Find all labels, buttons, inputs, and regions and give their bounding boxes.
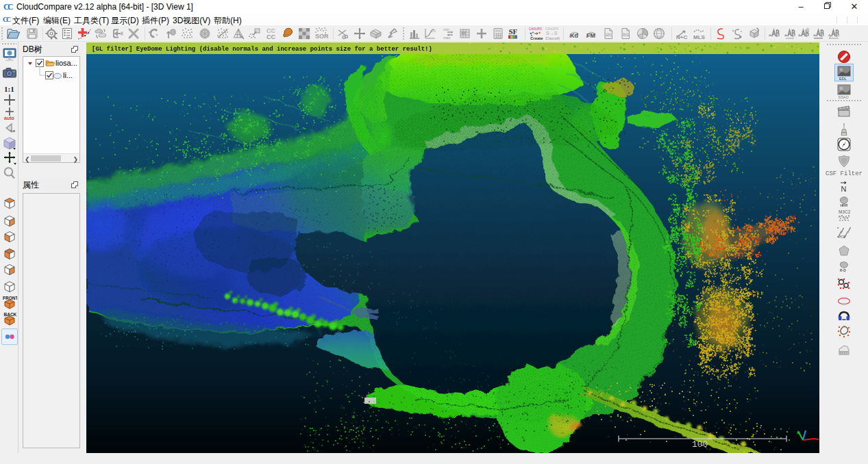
svg-text:M3C2: M3C2 (839, 209, 851, 214)
svg-text:auto: auto (4, 116, 14, 120)
svg-text:MLS: MLS (693, 34, 706, 40)
svg-text:100: 100 (692, 439, 708, 450)
svg-text:10: 10 (461, 31, 466, 35)
svg-text:CANUPO: CANUPO (529, 27, 543, 31)
svg-text:N+C: N+C (676, 34, 687, 40)
svg-text:EDL: EDL (839, 77, 847, 81)
svg-text:SSAO: SSAO (839, 95, 850, 99)
svg-text:C: C (8, 2, 14, 12)
svg-text:Create: Create (530, 36, 543, 40)
svg-text:[GL filter] EyeDome Lighting (: [GL filter] EyeDome Lighting (disable no… (92, 46, 432, 53)
svg-text:CC: CC (266, 34, 275, 40)
svg-text:SOR: SOR (315, 33, 329, 40)
svg-text:PCV: PCV (839, 235, 846, 239)
svg-text:PCD: PCD (606, 33, 612, 36)
svg-text:Classify: Classify (545, 36, 560, 40)
svg-text:max: max (443, 36, 451, 40)
svg-text:C: C (6, 16, 11, 23)
svg-text:CSV: CSV (623, 33, 629, 36)
svg-text:min: min (443, 27, 449, 31)
svg-text:Kd: Kd (570, 32, 578, 39)
svg-text:liosa...: liosa... (55, 59, 77, 67)
svg-text:SF: SF (509, 27, 518, 36)
svg-text:R·D: R·D (840, 268, 846, 272)
svg-text:li...: li... (63, 71, 73, 79)
svg-text:HRR: HRR (841, 203, 848, 207)
svg-text:p.o: p.o (431, 29, 436, 33)
svg-text:S→S: S→S (546, 31, 558, 36)
svg-text:FM: FM (586, 32, 595, 39)
svg-text:N: N (841, 185, 847, 193)
